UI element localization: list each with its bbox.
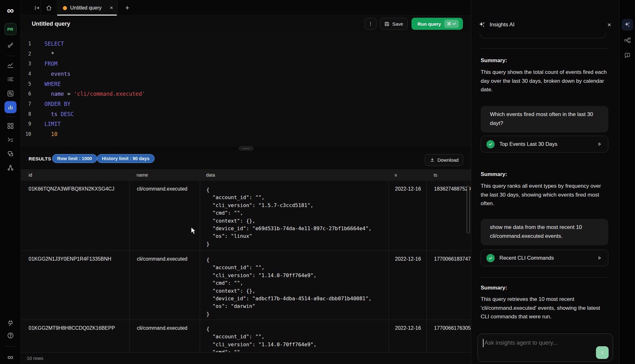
insights-sparkles-icon[interactable]: [622, 19, 633, 30]
new-tab-button[interactable]: +: [117, 0, 137, 16]
share-nodes-icon[interactable]: [4, 162, 17, 174]
table-row[interactable]: 01KGG2N1J3Y0ENP1R4F1335BNHcli/command.ex…: [21, 251, 471, 320]
column-header-id[interactable]: id: [21, 172, 130, 178]
cell-name: cli/command.executed: [130, 181, 200, 250]
save-button[interactable]: Save: [380, 18, 408, 30]
table-header: id name data v ts: [21, 169, 471, 181]
query-header: Untitled query Save Run query ⌘↵: [21, 16, 471, 32]
text-caret: [483, 339, 484, 347]
sidebar-divider: [5, 117, 16, 117]
app-window: ∞ PR: [0, 0, 635, 364]
summary-label: Summary:: [481, 171, 507, 178]
query-action-card[interactable]: Top Events Last 30 Days: [481, 136, 608, 153]
send-button[interactable]: ↑: [596, 346, 609, 359]
cell-ts: 1770066183747: [426, 251, 471, 320]
run-query-button[interactable]: Run query ⌘↵: [411, 18, 463, 30]
line-number: 3: [21, 61, 36, 67]
line-number: 7: [21, 101, 36, 107]
chat-icon[interactable]: [4, 148, 17, 160]
bar-chart-icon[interactable]: [4, 101, 17, 113]
save-label: Save: [392, 21, 403, 27]
download-icon: [430, 157, 435, 163]
active-tab-underline: [57, 15, 117, 16]
code-text: ORDER BY: [36, 101, 70, 107]
insights-input[interactable]: Ask insights agent to query... ↑: [478, 334, 613, 362]
table-row[interactable]: 01KGG2MT9H8H8CCDQ0ZK16BEPPcli/command.ex…: [21, 320, 471, 352]
cell-v: 2022-12-16: [389, 320, 426, 352]
editor-line[interactable]: 7ORDER BY: [21, 99, 471, 109]
action-label: Top Events Last 30 Days: [499, 141, 558, 147]
save-icon: [384, 21, 390, 27]
splitter-handle[interactable]: [239, 146, 253, 150]
apps-grid-icon[interactable]: [4, 120, 17, 132]
editor-line[interactable]: 4 events: [21, 69, 471, 79]
editor-line[interactable]: 2 *: [21, 49, 471, 59]
home-icon[interactable]: [41, 0, 57, 16]
table-scrollbar-thumb[interactable]: [467, 186, 470, 233]
plug-icon[interactable]: [4, 317, 17, 329]
column-header-v[interactable]: v: [389, 172, 426, 178]
search-document-icon[interactable]: [4, 88, 17, 100]
sql-editor[interactable]: 1SELECT2 *3FROM4 events5WHERE6 name = 'c…: [21, 32, 471, 146]
line-number: 2: [21, 51, 36, 57]
user-question-bubble: Which events fired most often in the las…: [481, 106, 608, 133]
editor-line[interactable]: 6 name = 'cli/command.executed': [21, 89, 471, 99]
column-header-data[interactable]: data: [200, 172, 389, 178]
key-icon[interactable]: [4, 39, 17, 51]
cell-data-json: { "account_id": "", "cli_version": "1.14…: [200, 251, 389, 320]
editor-line[interactable]: 3FROM: [21, 59, 471, 69]
chart-line-icon[interactable]: [4, 59, 17, 71]
help-icon[interactable]: [4, 329, 17, 341]
cell-v: 2022-12-16: [389, 181, 426, 250]
tab-untitled-query[interactable]: Untitled query ×: [57, 0, 117, 16]
row-limit-badge[interactable]: Row limit : 1000: [52, 154, 97, 163]
cell-id: 01KGG2MT9H8H8CCDQ0ZK16BEPP: [21, 320, 130, 352]
column-header-name[interactable]: name: [130, 172, 200, 178]
user-question-bubble: show me data from the most recent 10 cli…: [481, 219, 608, 245]
editor-line[interactable]: 5WHERE: [21, 79, 471, 89]
code-text: name = 'cli/command.executed': [36, 91, 145, 97]
play-icon[interactable]: [597, 141, 602, 147]
cell-ts: 1770066176305: [426, 320, 471, 352]
summary-text: This query shows the total count of even…: [481, 68, 609, 94]
download-button[interactable]: Download: [425, 154, 463, 166]
code-text: WHERE: [36, 81, 61, 87]
play-icon[interactable]: [597, 255, 602, 261]
left-sidebar: ∞ PR: [0, 0, 21, 364]
insights-divider: [481, 277, 608, 278]
insights-divider: [481, 49, 608, 49]
feedback-icon[interactable]: [622, 50, 633, 61]
terminal-icon[interactable]: [4, 134, 17, 146]
more-menu-button[interactable]: [364, 18, 377, 30]
mouse-cursor: [190, 227, 197, 235]
editor-line[interactable]: 1SELECT: [21, 39, 471, 49]
editor-line[interactable]: 8 ts DESC: [21, 109, 471, 119]
results-toolbar: RESULTS Row limit : 1000 History limit :…: [21, 151, 471, 169]
sidebar-divider: [5, 346, 16, 347]
summary-label: Summary:: [481, 57, 507, 64]
table-row[interactable]: 01K66TQNZA3WFBQ8XN2KXSG4CJcli/command.ex…: [21, 181, 471, 251]
query-action-card[interactable]: Recent CLI Commands: [481, 250, 608, 266]
editor-line[interactable]: 9LIMIT: [21, 119, 471, 129]
cell-name: cli/command.executed: [130, 320, 200, 352]
insights-header: Insights AI ×: [471, 16, 619, 33]
code-text: LIMIT: [36, 121, 61, 127]
insights-panel: Insights AI × Summary:This query shows t…: [471, 0, 619, 364]
summary-text: This query ranks all event types by freq…: [481, 182, 609, 208]
column-header-ts[interactable]: ts: [426, 172, 471, 178]
editor-line[interactable]: 10 10: [21, 129, 471, 139]
sidebar-divider: [5, 56, 16, 56]
insights-close-icon[interactable]: ×: [607, 21, 611, 29]
scrolled-card-partial: [480, 33, 606, 38]
history-limit-badge[interactable]: History limit : 90 days: [97, 154, 155, 163]
list-icon[interactable]: [4, 73, 17, 85]
tab-close-icon[interactable]: ×: [110, 5, 113, 11]
tab-label: Untitled query: [70, 5, 102, 11]
sparkles-icon: [478, 21, 486, 29]
code-text: FROM: [36, 61, 57, 67]
row-count: 10 rows: [27, 355, 43, 361]
code-text: *: [36, 51, 54, 57]
schema-tree-icon[interactable]: [622, 35, 633, 46]
workspace-badge[interactable]: PR: [4, 23, 17, 35]
tab-bar: Untitled query × +: [21, 0, 471, 16]
